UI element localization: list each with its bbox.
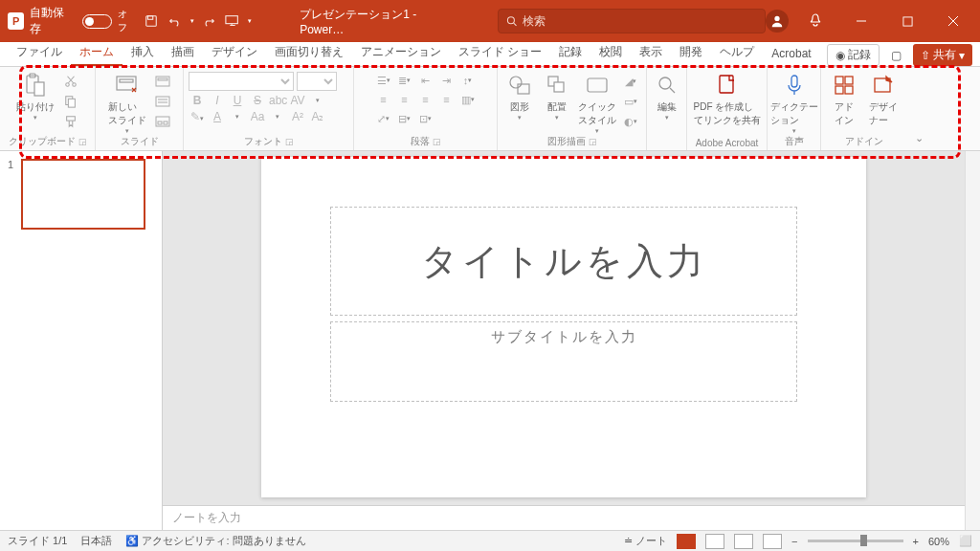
indent-dec-button[interactable]: ⇤ — [416, 72, 435, 89]
cut-button[interactable] — [60, 72, 81, 91]
undo-icon[interactable] — [166, 11, 184, 31]
italic-button[interactable]: I — [209, 94, 226, 107]
account-avatar[interactable] — [766, 10, 789, 33]
layout-button[interactable] — [152, 72, 173, 91]
reset-button[interactable] — [152, 92, 173, 111]
start-from-beginning-icon[interactable] — [224, 11, 242, 31]
font-launcher-icon[interactable]: ◲ — [285, 137, 294, 146]
bullets-button[interactable]: ☰▾ — [374, 72, 393, 89]
drawing-launcher-icon[interactable]: ◲ — [589, 137, 597, 146]
menu-file[interactable]: ファイル — [8, 40, 71, 66]
menu-insert[interactable]: 挿入 — [122, 40, 163, 66]
menu-transitions[interactable]: 画面切り替え — [266, 40, 352, 66]
shape-effects-button[interactable]: ◐▾ — [620, 112, 641, 131]
search-box[interactable] — [498, 9, 766, 33]
columns-button[interactable]: ▥▾ — [458, 91, 478, 108]
text-direction-button[interactable]: ⤢▾ — [374, 110, 393, 127]
shapes-button[interactable]: 図形▾ — [502, 72, 537, 121]
arrange-button[interactable]: 配置▾ — [540, 72, 574, 121]
accessibility-status[interactable]: ♿ アクセシビリティ: 問題ありません — [125, 534, 305, 548]
menu-developer[interactable]: 開発 — [671, 40, 711, 66]
fit-to-window-button[interactable]: ⬜ — [959, 535, 972, 547]
align-center-button[interactable]: ≡ — [395, 91, 414, 108]
language-status[interactable]: 日本語 — [80, 534, 112, 548]
menu-animations[interactable]: アニメーション — [352, 40, 450, 66]
title-placeholder[interactable]: タイトルを入力 — [330, 207, 797, 316]
menu-design[interactable]: デザイン — [203, 40, 266, 66]
menu-record[interactable]: 記録 — [550, 40, 590, 66]
notes-toggle[interactable]: ≐ ノート — [624, 534, 667, 548]
zoom-slider[interactable] — [808, 540, 903, 542]
zoom-out-button[interactable]: − — [791, 536, 797, 547]
sorter-view-button[interactable] — [705, 534, 724, 549]
align-right-button[interactable]: ≡ — [416, 91, 435, 108]
change-case-button[interactable]: Aa — [249, 110, 266, 123]
slideshow-view-button[interactable] — [763, 534, 782, 549]
menu-draw[interactable]: 描画 — [163, 40, 203, 66]
shrink-font-button[interactable]: A₂ — [309, 110, 326, 123]
copy-button[interactable] — [60, 92, 81, 111]
section-button[interactable] — [152, 112, 173, 131]
ribbon-collapse-button[interactable]: ⌄ — [907, 67, 930, 150]
menu-acrobat[interactable]: Acrobat — [763, 43, 819, 66]
close-button[interactable] — [934, 0, 972, 42]
shape-outline-button[interactable]: ▭▾ — [620, 92, 641, 111]
convert-smartart-button[interactable]: ⊡▾ — [416, 110, 435, 127]
slide-canvas[interactable]: タイトルを入力 サブタイトルを入力 — [261, 157, 866, 497]
font-family-select[interactable] — [189, 72, 294, 91]
highlight-button[interactable]: A — [209, 110, 226, 123]
bold-button[interactable]: B — [189, 94, 206, 107]
menu-help[interactable]: ヘルプ — [711, 40, 763, 66]
notes-panel[interactable]: ノートを入力 — [163, 505, 965, 530]
line-spacing-button[interactable]: ↕▾ — [458, 72, 478, 89]
addins-button[interactable]: アド イン — [827, 72, 861, 127]
format-painter-button[interactable] — [60, 112, 81, 131]
minimize-button[interactable] — [842, 0, 880, 42]
paste-button[interactable]: 貼り付け▾ — [13, 72, 57, 121]
spacing-button[interactable]: AV — [289, 94, 306, 107]
subtitle-placeholder[interactable]: サブタイトルを入力 — [330, 321, 797, 402]
thumbnail-preview[interactable] — [21, 159, 145, 230]
new-slide-button[interactable]: 新しい スライド▾ — [105, 72, 149, 135]
qa-customize-icon[interactable]: ▾ — [248, 17, 252, 25]
normal-view-button[interactable] — [677, 534, 696, 549]
align-left-button[interactable]: ≡ — [374, 91, 393, 108]
canvas-scroll[interactable]: タイトルを入力 サブタイトルを入力 — [163, 151, 965, 505]
share-button[interactable]: ⇧ 共有 ▾ — [913, 44, 972, 66]
menu-slideshow[interactable]: スライド ショー — [450, 40, 550, 66]
create-pdf-button[interactable]: PDF を作成し てリンクを共有 — [691, 72, 764, 127]
font-color-button[interactable]: ✎▾ — [189, 110, 206, 123]
reading-view-button[interactable] — [734, 534, 753, 549]
present-button[interactable]: ▢ — [883, 44, 909, 66]
coming-soon-icon[interactable] — [796, 0, 835, 42]
font-size-select[interactable] — [297, 72, 337, 91]
zoom-percent[interactable]: 60% — [928, 536, 949, 547]
designer-button[interactable]: デザイ ナー — [864, 72, 902, 127]
menu-home[interactable]: ホーム — [71, 40, 122, 66]
indent-inc-button[interactable]: ⇥ — [437, 72, 457, 89]
strike-button[interactable]: S — [249, 94, 266, 107]
underline-button[interactable]: U — [229, 94, 246, 107]
redo-icon[interactable] — [200, 11, 218, 31]
dictate-button[interactable]: ディクテー ション▾ — [771, 72, 817, 135]
shadow-button[interactable]: abc — [269, 94, 286, 107]
autosave-toggle[interactable] — [82, 14, 112, 29]
editing-button[interactable]: 編集▾ — [651, 72, 683, 121]
shape-fill-button[interactable]: ◢▾ — [620, 72, 641, 91]
clipboard-launcher-icon[interactable]: ◲ — [78, 137, 87, 146]
grow-font-button[interactable]: A² — [289, 110, 306, 123]
numbering-button[interactable]: ≣▾ — [395, 72, 414, 89]
maximize-button[interactable] — [888, 0, 926, 42]
quick-styles-button[interactable]: クイック スタイル▾ — [577, 72, 617, 135]
justify-button[interactable]: ≡ — [437, 91, 457, 108]
menu-view[interactable]: 表示 — [631, 40, 671, 66]
undo-dropdown-icon[interactable]: ▾ — [190, 17, 194, 25]
zoom-in-button[interactable]: + — [913, 536, 919, 547]
menu-review[interactable]: 校閲 — [590, 40, 631, 66]
vertical-scrollbar[interactable] — [965, 151, 980, 530]
thumbnail-item[interactable]: 1 — [8, 159, 154, 230]
align-text-button[interactable]: ⊟▾ — [395, 110, 414, 127]
search-input[interactable] — [523, 14, 757, 28]
save-icon[interactable] — [142, 11, 160, 31]
record-button[interactable]: ◉ 記録 — [827, 44, 880, 66]
